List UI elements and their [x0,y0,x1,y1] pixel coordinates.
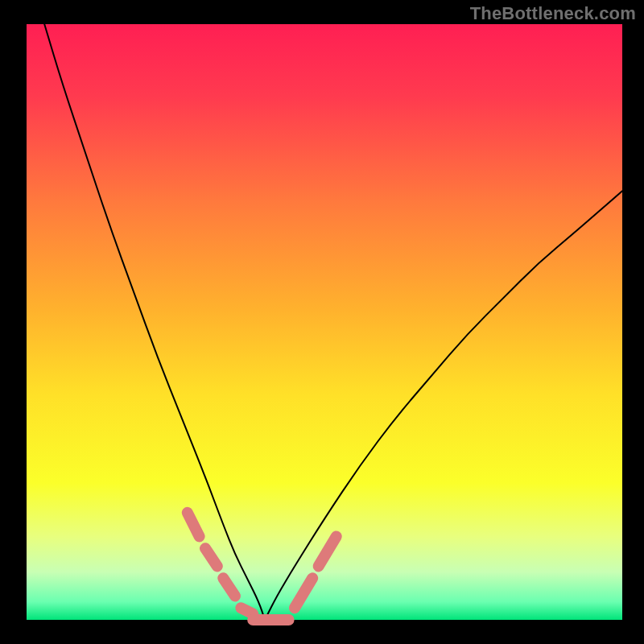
plot-area [27,24,622,620]
bottleneck-plot [0,0,644,644]
chart-frame: TheBottleneck.com [0,0,644,644]
sweet-spot-segment [241,608,253,613]
watermark-label: TheBottleneck.com [470,3,636,24]
